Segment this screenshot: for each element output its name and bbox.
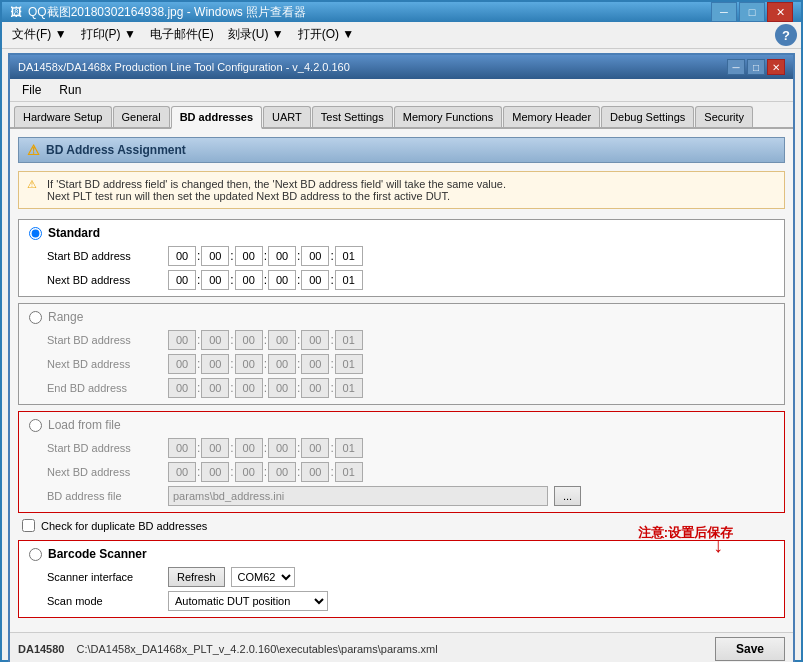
- std-start-f2[interactable]: [235, 246, 263, 266]
- standard-radio[interactable]: [29, 227, 42, 240]
- main-content: ⚠ BD Address Assignment ⚠ If 'Start BD a…: [10, 129, 793, 632]
- inner-minimize-button[interactable]: ─: [727, 59, 745, 75]
- barcode-radio[interactable]: [29, 548, 42, 561]
- tab-bd-addresses[interactable]: BD addresses: [171, 106, 262, 129]
- minimize-button[interactable]: ─: [711, 2, 737, 22]
- close-button[interactable]: ✕: [767, 2, 793, 22]
- annotation-arrow-4: ↓: [713, 534, 723, 557]
- inner-menu-run[interactable]: Run: [51, 81, 89, 99]
- rng-next-f5[interactable]: [335, 354, 363, 374]
- tab-memory-functions[interactable]: Memory Functions: [394, 106, 502, 127]
- std-next-f2[interactable]: [235, 270, 263, 290]
- lf-start-f2[interactable]: [235, 438, 263, 458]
- barcode-header: Barcode Scanner: [29, 547, 774, 561]
- tab-test-settings[interactable]: Test Settings: [312, 106, 393, 127]
- lf-start-f4[interactable]: [301, 438, 329, 458]
- std-next-f5[interactable]: [335, 270, 363, 290]
- lf-next-f2[interactable]: [235, 462, 263, 482]
- lf-start-f1[interactable]: [201, 438, 229, 458]
- tab-memory-header[interactable]: Memory Header: [503, 106, 600, 127]
- inner-menu-file[interactable]: File: [14, 81, 49, 99]
- rng-start-f2[interactable]: [235, 330, 263, 350]
- duplicate-label: Check for duplicate BD addresses: [41, 520, 207, 532]
- rng-end-f0[interactable]: [168, 378, 196, 398]
- rng-start-f1[interactable]: [201, 330, 229, 350]
- save-button[interactable]: Save: [715, 637, 785, 661]
- tab-hardware-setup[interactable]: Hardware Setup: [14, 106, 112, 127]
- lf-next-f4[interactable]: [301, 462, 329, 482]
- duplicate-checkbox[interactable]: [22, 519, 35, 532]
- std-start-f3[interactable]: [268, 246, 296, 266]
- std-start-f1[interactable]: [201, 246, 229, 266]
- load-start-row: Start BD address : : : : :: [29, 438, 774, 458]
- range-end-row: End BD address : : : : :: [29, 378, 774, 398]
- lf-start-f0[interactable]: [168, 438, 196, 458]
- bd-file-browse-button[interactable]: ...: [554, 486, 581, 506]
- rng-next-f2[interactable]: [235, 354, 263, 374]
- range-next-row: Next BD address : : : : :: [29, 354, 774, 374]
- rng-next-f0[interactable]: [168, 354, 196, 374]
- rng-end-f1[interactable]: [201, 378, 229, 398]
- lf-next-f1[interactable]: [201, 462, 229, 482]
- barcode-section: Barcode Scanner Scanner interface Refres…: [18, 540, 785, 618]
- tab-general[interactable]: General: [113, 106, 170, 127]
- rng-next-f1[interactable]: [201, 354, 229, 374]
- rng-end-f2[interactable]: [235, 378, 263, 398]
- scan-mode-select[interactable]: Automatic DUT position: [168, 591, 328, 611]
- outer-title-controls: ─ □ ✕: [711, 2, 793, 22]
- inner-window: DA1458x/DA1468x Production Line Tool Con…: [8, 53, 795, 662]
- rng-start-f0[interactable]: [168, 330, 196, 350]
- rng-start-f5[interactable]: [335, 330, 363, 350]
- lf-next-f3[interactable]: [268, 462, 296, 482]
- range-radio[interactable]: [29, 311, 42, 324]
- menu-print[interactable]: 打印(P) ▼: [75, 24, 142, 46]
- menu-burn[interactable]: 刻录(U) ▼: [222, 24, 290, 46]
- lf-next-f0[interactable]: [168, 462, 196, 482]
- rng-start-f4[interactable]: [301, 330, 329, 350]
- load-file-radio[interactable]: [29, 419, 42, 432]
- bd-file-path-input[interactable]: [168, 486, 548, 506]
- standard-start-label: Start BD address: [47, 250, 162, 262]
- lf-start-f3[interactable]: [268, 438, 296, 458]
- menu-file[interactable]: 文件(F) ▼: [6, 24, 73, 46]
- inner-close-button[interactable]: ✕: [767, 59, 785, 75]
- maximize-button[interactable]: □: [739, 2, 765, 22]
- rng-next-f4[interactable]: [301, 354, 329, 374]
- com-port-select[interactable]: COM62: [231, 567, 295, 587]
- rng-start-f3[interactable]: [268, 330, 296, 350]
- rng-end-f3[interactable]: [268, 378, 296, 398]
- tab-uart[interactable]: UART: [263, 106, 311, 127]
- std-next-f4[interactable]: [301, 270, 329, 290]
- refresh-button[interactable]: Refresh: [168, 567, 225, 587]
- da-label: DA14580: [18, 643, 64, 655]
- rng-end-f4[interactable]: [301, 378, 329, 398]
- std-next-f1[interactable]: [201, 270, 229, 290]
- section-title: BD Address Assignment: [46, 143, 186, 157]
- path-text: C:\DA1458x_DA1468x_PLT_v_4.2.0.160\execu…: [76, 643, 706, 655]
- menu-email[interactable]: 电子邮件(E): [144, 24, 220, 46]
- menu-open[interactable]: 打开(O) ▼: [292, 24, 361, 46]
- tab-security[interactable]: Security: [695, 106, 753, 127]
- barcode-label: Barcode Scanner: [48, 547, 147, 561]
- section-header: ⚠ BD Address Assignment: [18, 137, 785, 163]
- std-next-f0[interactable]: [168, 270, 196, 290]
- std-start-f0[interactable]: [168, 246, 196, 266]
- warning-icon: ⚠: [27, 142, 40, 158]
- std-next-f3[interactable]: [268, 270, 296, 290]
- std-start-f4[interactable]: [301, 246, 329, 266]
- inner-maximize-button[interactable]: □: [747, 59, 765, 75]
- load-start-label: Start BD address: [47, 442, 162, 454]
- load-file-row: BD address file ...: [29, 486, 774, 506]
- tab-debug-settings[interactable]: Debug Settings: [601, 106, 694, 127]
- inner-window-title: DA1458x/DA1468x Production Line Tool Con…: [18, 61, 727, 73]
- scanner-interface-label: Scanner interface: [47, 571, 162, 583]
- lf-next-f5[interactable]: [335, 462, 363, 482]
- lf-start-f5[interactable]: [335, 438, 363, 458]
- range-end-label: End BD address: [47, 382, 162, 394]
- rng-next-f3[interactable]: [268, 354, 296, 374]
- std-start-f5[interactable]: [335, 246, 363, 266]
- load-from-file-section: Load from file Start BD address : : : :: [18, 411, 785, 513]
- info-line1: If 'Start BD address field' is changed t…: [47, 178, 776, 190]
- rng-end-f5[interactable]: [335, 378, 363, 398]
- help-button[interactable]: ?: [775, 24, 797, 46]
